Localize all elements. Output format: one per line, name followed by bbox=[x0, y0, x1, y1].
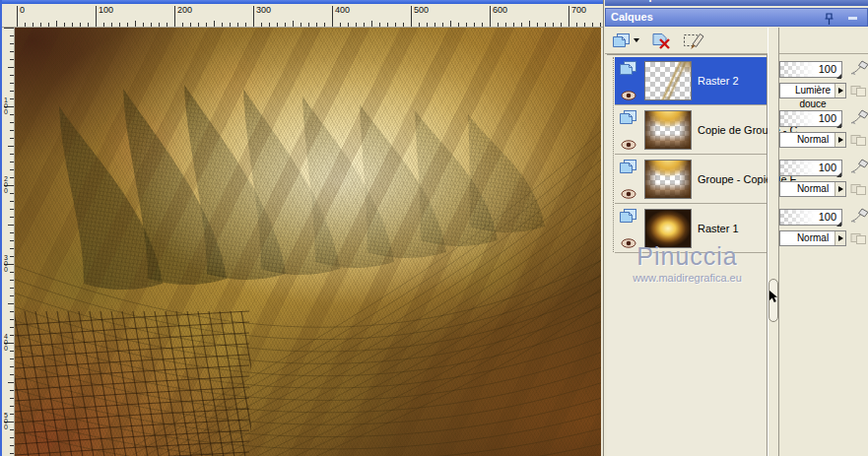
ruler-tick bbox=[10, 122, 14, 123]
link-layers-icon[interactable] bbox=[850, 182, 867, 200]
opacity-field[interactable]: 100 bbox=[779, 61, 842, 78]
blend-mode-arrow-icon[interactable] bbox=[835, 182, 845, 196]
blend-mode-dropdown[interactable]: Normal bbox=[779, 181, 846, 197]
blend-mode-dropdown[interactable]: Lumière douce bbox=[779, 83, 846, 98]
ruler-tick bbox=[10, 390, 14, 391]
ruler-tick bbox=[10, 414, 14, 415]
ruler-tick bbox=[245, 23, 246, 27]
ruler-tick bbox=[403, 23, 404, 27]
watermark-name: Pinuccia bbox=[607, 242, 768, 271]
palette-splitter[interactable] bbox=[768, 28, 779, 456]
ruler-label: 3 0 0 bbox=[4, 255, 8, 273]
ruler-tick bbox=[88, 23, 89, 27]
raster-layer-icon bbox=[619, 109, 637, 130]
ruler-tick bbox=[10, 398, 14, 399]
ruler-tick bbox=[10, 138, 14, 139]
ruler-tick bbox=[10, 248, 14, 249]
link-layers-icon[interactable] bbox=[850, 84, 867, 101]
ruler-tick bbox=[450, 21, 451, 27]
ruler-tick bbox=[466, 23, 467, 27]
ruler-tick bbox=[198, 23, 199, 27]
ruler-tick bbox=[4, 28, 14, 29]
ruler-tick bbox=[10, 43, 14, 44]
ruler-tick bbox=[10, 209, 14, 210]
opacity-slider-handle[interactable] bbox=[836, 74, 841, 79]
ruler-tick bbox=[10, 453, 14, 454]
blend-mode-dropdown[interactable]: Normal bbox=[779, 132, 846, 148]
lock-transparency-brush-icon[interactable] bbox=[849, 108, 868, 130]
ruler-tick bbox=[10, 429, 14, 430]
opacity-field[interactable]: 100 bbox=[779, 160, 842, 176]
history-palette-title: Historique bbox=[611, 0, 664, 2]
ruler-tick bbox=[10, 114, 14, 115]
ruler-tick bbox=[10, 240, 14, 241]
lock-transparency-brush-icon[interactable] bbox=[849, 207, 868, 228]
ruler-label: 4 0 0 bbox=[4, 334, 8, 352]
visibility-eye-icon[interactable] bbox=[621, 185, 636, 203]
edit-selection-button[interactable] bbox=[680, 30, 707, 51]
ruler-tick bbox=[561, 23, 562, 27]
ruler-tick bbox=[482, 23, 483, 27]
ruler-tick bbox=[10, 366, 14, 367]
ruler-tick bbox=[10, 177, 14, 178]
visibility-eye-icon[interactable] bbox=[621, 136, 636, 154]
mouse-cursor bbox=[768, 290, 778, 307]
link-layers-icon[interactable] bbox=[850, 133, 867, 151]
layer-row-groupe-copie[interactable]: Groupe - Copie de F bbox=[615, 156, 767, 204]
ruler-tick bbox=[10, 59, 14, 60]
ruler-tick bbox=[33, 23, 33, 27]
lock-transparency-brush-icon[interactable] bbox=[849, 158, 868, 179]
layer-tree-guide bbox=[613, 57, 614, 252]
ruler-tick bbox=[206, 23, 207, 27]
minimize-icon[interactable] bbox=[848, 17, 857, 20]
ruler-label: 700 bbox=[568, 6, 586, 26]
new-layer-icon bbox=[612, 33, 631, 49]
palette-toolbar bbox=[605, 28, 868, 53]
lock-transparency-brush-icon[interactable] bbox=[849, 59, 868, 81]
blend-mode-arrow-icon[interactable] bbox=[835, 231, 845, 245]
opacity-field[interactable]: 100 bbox=[779, 110, 842, 127]
opacity-field[interactable]: 100 bbox=[779, 209, 842, 226]
layer-row-raster2[interactable]: Raster 2 bbox=[615, 57, 767, 105]
ruler-tick bbox=[442, 23, 443, 27]
ruler-label: 500 bbox=[411, 6, 429, 26]
opacity-slider-handle[interactable] bbox=[836, 172, 841, 177]
link-layers-icon[interactable] bbox=[850, 231, 867, 249]
ruler-tick bbox=[10, 83, 14, 84]
ruler-tick bbox=[119, 23, 120, 27]
ruler-label: 200 bbox=[174, 6, 192, 26]
ruler-tick bbox=[25, 23, 26, 27]
ruler-tick bbox=[395, 23, 396, 27]
pin-icon[interactable] bbox=[823, 12, 835, 25]
layer-thumbnail[interactable] bbox=[644, 110, 692, 150]
layer-row-copie-de-groupe[interactable]: Copie de Groupe - C bbox=[615, 106, 767, 155]
opacity-slider-handle[interactable] bbox=[836, 222, 841, 227]
ruler-tick bbox=[8, 382, 14, 383]
ruler-tick bbox=[135, 21, 136, 27]
delete-layer-button[interactable] bbox=[648, 30, 674, 51]
layer-name: Raster 1 bbox=[698, 223, 739, 234]
ruler-tick bbox=[10, 272, 14, 273]
ruler-tick bbox=[513, 23, 514, 27]
ruler-label: 1 0 0 bbox=[4, 98, 8, 115]
ruler-tick bbox=[521, 23, 522, 27]
v-ruler: 1 0 02 0 03 0 04 0 05 0 0 bbox=[2, 28, 15, 456]
new-layer-dropdown-arrow-icon[interactable] bbox=[634, 38, 639, 42]
visibility-eye-icon[interactable] bbox=[621, 87, 636, 104]
ruler-tick bbox=[151, 23, 152, 27]
ruler-tick bbox=[379, 23, 380, 27]
blend-mode-arrow-icon[interactable] bbox=[835, 133, 845, 147]
image-canvas[interactable] bbox=[15, 28, 601, 456]
layer-thumbnail[interactable] bbox=[644, 61, 692, 100]
history-palette-titlebar[interactable]: Historique bbox=[605, 0, 868, 6]
new-layer-button[interactable] bbox=[610, 30, 641, 51]
ruler-label: 600 bbox=[490, 6, 507, 26]
ruler-tick bbox=[10, 201, 14, 202]
opacity-slider-handle[interactable] bbox=[836, 123, 841, 128]
calques-titlebar[interactable]: Calques bbox=[605, 8, 868, 27]
raster-layer-icon bbox=[619, 60, 637, 81]
blend-mode-dropdown[interactable]: Normal bbox=[779, 230, 846, 246]
ruler-tick bbox=[10, 98, 14, 99]
layer-thumbnail[interactable] bbox=[644, 160, 692, 199]
blend-mode-arrow-icon[interactable] bbox=[835, 84, 845, 98]
